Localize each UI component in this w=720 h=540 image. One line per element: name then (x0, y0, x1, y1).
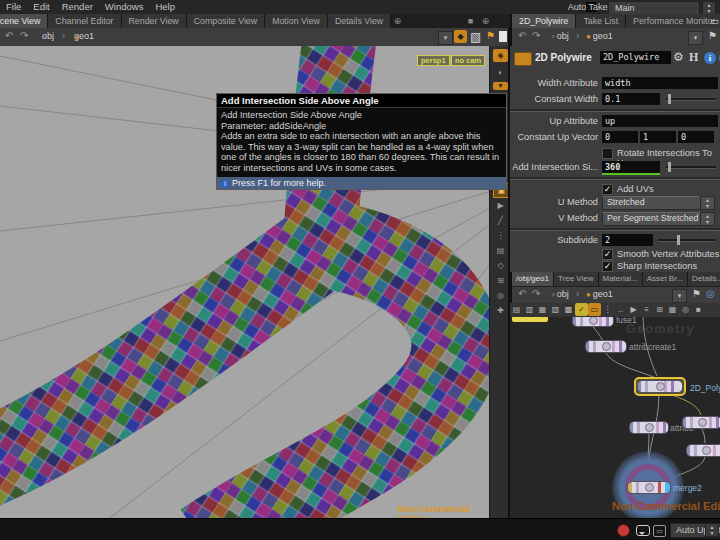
connect-icon[interactable]: ▶ (627, 303, 640, 316)
cube-icon[interactable]: ▧ (470, 30, 481, 44)
breadcrumb-node[interactable]: ●geo1 (586, 30, 613, 43)
pane-maximize-icon[interactable]: ▭ (708, 14, 720, 28)
frame-icon[interactable]: ■ (692, 303, 705, 316)
camera-tool-icon[interactable]: ◐ (493, 66, 508, 79)
u-method-dropdown[interactable]: Stretched (602, 196, 701, 210)
breadcrumb-node[interactable]: ●geo1 (586, 288, 613, 301)
add-tool-icon[interactable]: ✚ (493, 304, 508, 317)
constant-width-input[interactable]: 0.1 (602, 93, 660, 105)
tab-composite-view[interactable]: Composite View (187, 14, 265, 28)
forward-icon[interactable]: ↷ (20, 30, 28, 41)
menu-file[interactable]: File (0, 0, 27, 14)
tab-obj-geo1[interactable]: /obj/geo1 (512, 272, 554, 286)
path-dropdown[interactable]: ▾ (672, 289, 687, 303)
add-intersection-side-slider[interactable] (666, 161, 716, 173)
move-tool-icon[interactable]: ▶ (493, 199, 508, 212)
take-selector[interactable]: Main (608, 1, 700, 15)
menu-windows[interactable]: Windows (99, 0, 150, 14)
breadcrumb[interactable]: ▫obj (552, 30, 569, 43)
gear-icon[interactable]: ⚙ (673, 50, 684, 64)
align-icon[interactable]: ≡ (640, 303, 653, 316)
network-view-icon[interactable]: ▩ (562, 303, 575, 316)
path-dropdown[interactable]: ▾ (438, 31, 453, 45)
node-2d-polywire-selected[interactable] (634, 377, 686, 396)
subdivide-input[interactable]: 2 (602, 234, 653, 246)
node-2d-polywire[interactable] (637, 380, 683, 393)
pin-icon[interactable]: ⚑ (486, 30, 495, 41)
menu-edit[interactable]: Edit (27, 0, 55, 14)
up-vector-z-input[interactable]: 0 (678, 131, 714, 143)
up-vector-y-input[interactable]: 1 (640, 131, 676, 143)
node-attribcreate1[interactable] (585, 340, 627, 353)
add-uvs-checkbox[interactable]: ✓ (602, 184, 613, 195)
pin-icon[interactable]: ⚑ (692, 288, 701, 299)
path-dropdown[interactable]: ▾ (688, 31, 703, 45)
snapshot-icon[interactable]: ▾ (493, 82, 508, 90)
message-bubble-icon[interactable] (636, 525, 650, 536)
node-fuse1[interactable] (572, 317, 614, 327)
tab-render-view[interactable]: Render View (122, 14, 187, 28)
node-merge2[interactable] (627, 481, 671, 494)
add-intersection-side-input[interactable]: 360 (602, 161, 660, 173)
console-icon[interactable]: ▭ (653, 525, 666, 537)
v-method-stepper[interactable]: ▴▾ (700, 212, 715, 226)
add-tab-icon[interactable]: ⊕ (391, 14, 404, 28)
v-method-dropdown[interactable]: Per Segment Stretched (602, 212, 701, 226)
pane-add-icon[interactable]: ⊕ (479, 14, 492, 28)
tab-material-palette[interactable]: Material... (599, 272, 643, 286)
snap-icon[interactable]: ◆ (454, 30, 467, 43)
node-name-input[interactable]: 2D_Polywire (600, 51, 671, 64)
smooth-vertex-checkbox[interactable]: ✓ (602, 249, 613, 260)
info-icon[interactable]: i (704, 52, 716, 64)
node-attribcreate2[interactable] (629, 421, 669, 434)
tab-scene-view[interactable]: Scene View (0, 14, 48, 28)
subdivide-slider[interactable] (658, 234, 716, 246)
tab-motion-view[interactable]: Motion View (265, 14, 328, 28)
tab-2d-polywire[interactable]: 2D_Polywire (512, 14, 576, 28)
back-icon[interactable]: ↶ (518, 288, 526, 299)
column-view-icon[interactable]: ▥ (523, 303, 536, 316)
grid-snap-icon[interactable]: ▦ (666, 303, 679, 316)
color-palette-icon[interactable]: ▭ (588, 303, 601, 316)
rotate-tool-icon[interactable]: ╱ (493, 214, 508, 227)
no-cam-badge[interactable]: no cam (451, 55, 485, 66)
back-icon[interactable]: ↶ (5, 30, 13, 41)
width-attribute-input[interactable]: width (602, 77, 718, 89)
dash-icon[interactable]: ‥ (614, 303, 627, 316)
constant-width-slider[interactable] (666, 93, 716, 105)
up-attribute-input[interactable]: up (602, 115, 718, 127)
pane-handle[interactable] (499, 31, 507, 42)
snap-grid-icon[interactable]: ⊞ (493, 274, 508, 287)
dots-icon[interactable]: ⋮ (601, 303, 614, 316)
pane-split-icon[interactable]: ■ (464, 14, 477, 28)
menu-help[interactable]: Help (149, 0, 181, 14)
tab-take-list[interactable]: Take List (576, 14, 626, 28)
camera-badge[interactable]: persp1 (417, 55, 450, 66)
thumb-view-icon[interactable]: ▧ (549, 303, 562, 316)
forward-icon[interactable]: ↷ (532, 30, 540, 41)
u-method-stepper[interactable]: ▴▾ (700, 196, 715, 210)
back-icon[interactable]: ↶ (518, 30, 526, 41)
node-right-top[interactable] (682, 416, 720, 429)
layout-icon[interactable]: ⊞ (653, 303, 666, 316)
grid-view-icon[interactable]: ▦ (536, 303, 549, 316)
network-editor[interactable]: Geometry fuse1 attribcreate1 attribcreat… (510, 317, 720, 518)
interrupt-icon[interactable] (617, 524, 630, 537)
more-tools-icon[interactable]: ⋮ (493, 229, 508, 242)
tab-details-view[interactable]: Details View (328, 14, 391, 28)
breadcrumb[interactable]: ▫obj (552, 288, 569, 301)
list-view-icon[interactable]: ▤ (510, 303, 523, 316)
take-stepper[interactable]: ▴▾ (702, 1, 716, 15)
magnify-icon[interactable]: ◎ (679, 303, 692, 316)
auto-update-stepper[interactable]: ▴▾ (705, 523, 719, 537)
menu-render[interactable]: Render (56, 0, 99, 14)
visibility-toggle-icon[interactable]: ✓ (575, 303, 588, 316)
tab-channel-editor[interactable]: Channel Editor (48, 14, 121, 28)
view-layout-icon[interactable]: ◈ (493, 49, 508, 62)
tab-details[interactable]: Details... (688, 272, 720, 286)
pane-divider[interactable] (508, 28, 510, 518)
tab-tree-view[interactable]: Tree View (554, 272, 599, 286)
network-overview-icon[interactable]: ◎ (706, 288, 715, 299)
houdini-help-icon[interactable]: H (689, 50, 698, 65)
target-tool-icon[interactable]: ◎ (493, 289, 508, 302)
